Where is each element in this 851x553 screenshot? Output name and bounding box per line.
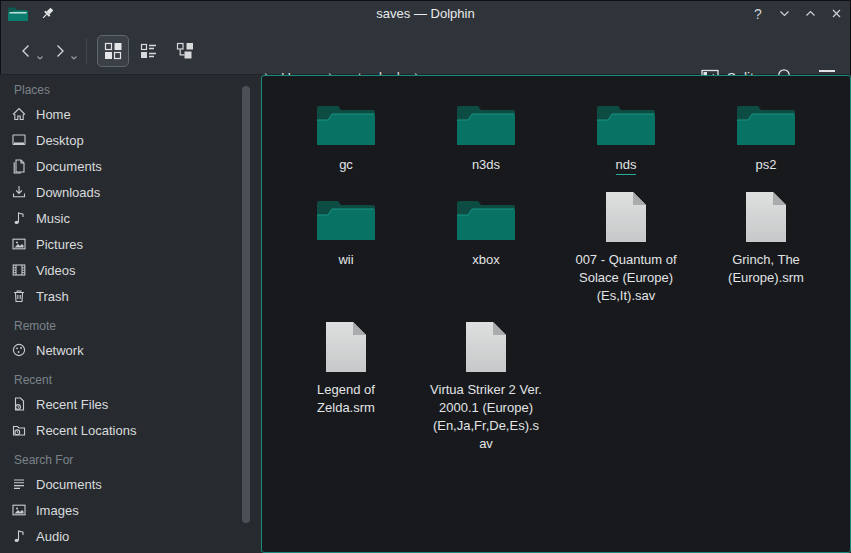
- forward-button[interactable]: [46, 37, 74, 65]
- trash-icon: [11, 288, 27, 304]
- videos-icon: [11, 262, 27, 278]
- home-icon: [11, 106, 27, 122]
- item-label: Legend of Zelda.srm: [290, 381, 402, 417]
- toolbar-separator: [86, 38, 87, 64]
- sidebar-item-label: Pictures: [36, 237, 83, 252]
- doc-lines-icon: [11, 476, 27, 492]
- dolphin-window: saves — Dolphin ?: [0, 0, 851, 553]
- file-icon: [276, 321, 416, 373]
- help-button[interactable]: ?: [749, 5, 767, 23]
- sidebar-item-trash[interactable]: Trash: [0, 283, 240, 309]
- sidebar-item-label: Trash: [36, 289, 69, 304]
- sidebar-item-label: Downloads: [36, 185, 100, 200]
- item-label: nds: [570, 156, 682, 174]
- app-icon-folder: [8, 6, 28, 22]
- file-item-legend-of-zelda-srm[interactable]: Legend of Zelda.srm: [276, 321, 416, 417]
- recent-files-icon: [11, 396, 27, 412]
- icons-view-button[interactable]: [97, 35, 129, 67]
- section-header-places: Places: [0, 79, 240, 101]
- titlebar: saves — Dolphin ?: [0, 0, 851, 27]
- sidebar-item-label: Images: [36, 503, 79, 518]
- sidebar-item-documents[interactable]: Documents: [0, 471, 240, 497]
- forward-history-caret[interactable]: [70, 47, 78, 65]
- item-label: gc: [290, 156, 402, 174]
- sidebar-item-downloads[interactable]: Downloads: [0, 179, 240, 205]
- sidebar-item-documents[interactable]: Documents: [0, 153, 240, 179]
- item-label: Grinch, The (Europe).srm: [710, 251, 822, 287]
- documents-icon: [11, 158, 27, 174]
- sidebar-item-label: Network: [36, 343, 84, 358]
- sidebar-scrollbar[interactable]: [242, 86, 250, 523]
- view-mode-buttons: [97, 35, 201, 67]
- sidebar-item-audio[interactable]: Audio: [0, 523, 240, 549]
- toolbar: Home retrodeck saves Split: [0, 27, 851, 75]
- item-label: 007 - Quantum of Solace (Europe) (Es,It)…: [570, 251, 682, 305]
- file-icon: [556, 191, 696, 243]
- sidebar-item-label: Documents: [36, 159, 102, 174]
- places-panel: PlacesHomeDesktopDocumentsDownloadsMusic…: [0, 75, 240, 553]
- maximize-button[interactable]: [801, 5, 819, 23]
- sidebar-item-network[interactable]: Network: [0, 337, 240, 363]
- sidebar-item-label: Recent Locations: [36, 423, 136, 438]
- navigation-buttons: [12, 37, 74, 65]
- back-history-caret[interactable]: [36, 47, 44, 65]
- close-button[interactable]: [827, 5, 845, 23]
- audio-icon: [11, 528, 27, 544]
- sidebar-item-videos[interactable]: Videos: [0, 257, 240, 283]
- back-button[interactable]: [12, 37, 40, 65]
- folder-item-nds[interactable]: nds: [556, 96, 696, 174]
- item-label: xbox: [430, 251, 542, 269]
- folder-item-wii[interactable]: wii: [276, 191, 416, 269]
- music-icon: [11, 210, 27, 226]
- section-header-search-for: Search For: [0, 449, 240, 471]
- item-label: Virtua Striker 2 Ver. 2000.1 (Europe) (E…: [430, 381, 542, 453]
- sidebar-item-images[interactable]: Images: [0, 497, 240, 523]
- file-icon: [696, 191, 836, 243]
- file-item-virtua-striker-2-ver-2000-1-europe-en-ja-fr-de-es-sav[interactable]: Virtua Striker 2 Ver. 2000.1 (Europe) (E…: [416, 321, 556, 453]
- sidebar-item-pictures[interactable]: Pictures: [0, 231, 240, 257]
- folder-icon: [276, 191, 416, 243]
- folder-icon: [416, 96, 556, 148]
- folder-icon: [416, 191, 556, 243]
- sidebar-item-recent-files[interactable]: Recent Files: [0, 391, 240, 417]
- folder-item-gc[interactable]: gc: [276, 96, 416, 174]
- sidebar-item-home[interactable]: Home: [0, 101, 240, 127]
- sidebar-item-label: Videos: [36, 263, 76, 278]
- folder-icon: [556, 96, 696, 148]
- file-item-007-quantum-of-solace-europe-es-it-sav[interactable]: 007 - Quantum of Solace (Europe) (Es,It)…: [556, 191, 696, 305]
- file-icon: [416, 321, 556, 373]
- section-header-remote: Remote: [0, 315, 240, 337]
- folder-item-ps2[interactable]: ps2: [696, 96, 836, 174]
- sidebar-item-label: Audio: [36, 529, 69, 544]
- file-item-grinch-the-europe-srm[interactable]: Grinch, The (Europe).srm: [696, 191, 836, 287]
- folder-view: gc n3ds nds ps2 wii xbox 007 - Quantum o…: [261, 75, 851, 553]
- minimize-button[interactable]: [775, 5, 793, 23]
- recent-locations-icon: [11, 422, 27, 438]
- sidebar-item-music[interactable]: Music: [0, 205, 240, 231]
- downloads-icon: [11, 184, 27, 200]
- sidebar-item-label: Desktop: [36, 133, 84, 148]
- sidebar-item-label: Recent Files: [36, 397, 108, 412]
- item-label: wii: [290, 251, 402, 269]
- desktop-icon: [11, 132, 27, 148]
- compact-view-button[interactable]: [133, 35, 165, 67]
- sidebar-item-label: Documents: [36, 477, 102, 492]
- network-icon: [11, 342, 27, 358]
- pictures-icon: [11, 236, 27, 252]
- folder-icon: [276, 96, 416, 148]
- folder-item-n3ds[interactable]: n3ds: [416, 96, 556, 174]
- item-label: n3ds: [430, 156, 542, 174]
- item-label: ps2: [710, 156, 822, 174]
- sidebar-item-label: Music: [36, 211, 70, 226]
- folder-icon: [696, 96, 836, 148]
- sidebar-item-desktop[interactable]: Desktop: [0, 127, 240, 153]
- pin-icon[interactable]: [40, 6, 56, 22]
- folder-item-xbox[interactable]: xbox: [416, 191, 556, 269]
- content-area: PlacesHomeDesktopDocumentsDownloadsMusic…: [0, 75, 851, 553]
- details-tree-view-button[interactable]: [169, 35, 201, 67]
- window-controls: ?: [749, 0, 845, 27]
- image-icon: [11, 502, 27, 518]
- window-title: saves — Dolphin: [0, 6, 851, 21]
- sidebar-item-recent-locations[interactable]: Recent Locations: [0, 417, 240, 443]
- section-header-recent: Recent: [0, 369, 240, 391]
